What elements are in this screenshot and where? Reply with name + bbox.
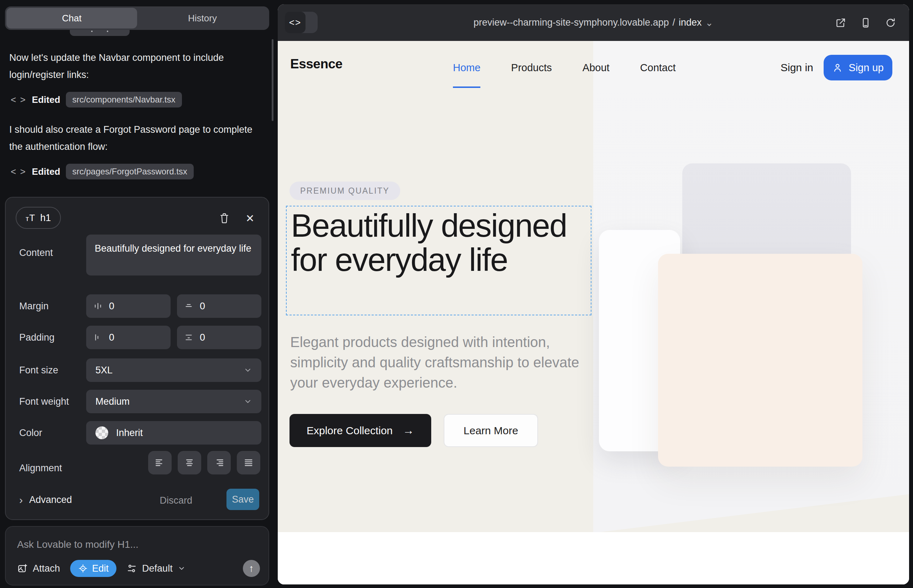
composer-input[interactable]: Ask Lovable to modify H1... [17,539,139,550]
arrow-up-icon: ↑ [249,563,254,574]
align-justify-button[interactable] [237,451,260,475]
align-justify-icon [243,457,254,468]
color-label: Color [19,428,42,438]
color-swatch [96,426,108,439]
tab-history[interactable]: History [137,8,268,29]
crosshair-icon [78,564,88,573]
decor-card-cream [658,254,863,467]
element-tag-label: h1 [40,213,51,223]
text-type-icon: ᴛT [26,213,35,223]
align-center-icon [184,457,195,468]
font-weight-label: Font weight [19,396,69,407]
font-weight-select[interactable]: Medium [86,390,261,413]
align-left-button[interactable] [148,451,172,475]
chat-history-tabbar: Chat History [5,6,269,30]
color-select[interactable]: Inherit [86,421,261,444]
chat-composer: Ask Lovable to modify H1... Attach [5,526,269,585]
padding-label: Padding [19,332,55,343]
url-bar[interactable]: preview--charming-site-symphony.lovable.… [278,4,909,41]
open-external-button[interactable] [834,16,847,29]
font-size-label: Font size [19,365,58,376]
close-editor-button[interactable]: ✕ [242,210,258,226]
editor-footer: › Advanced Discard Save [6,484,269,519]
margin-y-input[interactable]: 0 [177,294,261,318]
padding-y-input[interactable]: 0 [177,326,261,349]
margin-label: Margin [19,301,49,312]
chevron-down-icon: ⌄ [706,17,714,29]
edited-label: Edited [32,94,60,105]
arrow-right-icon: → [403,424,414,437]
assistant-message: Now let's update the Navbar component to… [9,49,262,83]
scrolled-badge-clipped [70,30,130,36]
align-center-button[interactable] [178,451,201,475]
content-label: Content [19,247,53,258]
nav-link-home[interactable]: Home [453,62,480,74]
chevron-down-icon [178,564,186,572]
align-right-icon [213,457,225,468]
url-host: preview--charming-site-symphony.lovable.… [474,17,669,28]
padding-vertical-icon [184,333,193,342]
browser-chrome: <> preview--charming-site-symphony.lovab… [278,4,909,41]
margin-x-input[interactable]: 0 [86,294,170,318]
file-pill[interactable]: src/components/Navbar.tsx [66,92,181,108]
h1-selection-outline[interactable]: Beautifully designed for everyday life [286,206,591,315]
user-icon [832,62,843,73]
chevron-down-icon [244,397,252,406]
code-icon: < > [11,94,26,105]
next-section-background [278,532,909,585]
element-editor-panel: ᴛT h1 ✕ Content Beautifully designed for… [5,197,269,520]
nav-link-products[interactable]: Products [511,62,552,74]
sign-in-link[interactable]: Sign in [780,41,813,94]
send-button[interactable]: ↑ [243,560,260,577]
assistant-message: I should also create a Forgot Password p… [9,121,262,155]
hero-paragraph: Elegant products designed with intention… [290,332,582,393]
sliders-icon [126,563,137,574]
mobile-view-button[interactable] [859,16,872,29]
sign-up-button[interactable]: Sign up [824,55,892,81]
external-link-icon [835,17,847,29]
explore-collection-button[interactable]: Explore Collection → [290,414,431,447]
edited-label: Edited [32,166,60,177]
site-preview: Essence Home Products About Contact Sign… [278,41,909,585]
chevron-right-icon: › [19,495,23,505]
premium-quality-badge: PREMIUM QUALITY [290,181,400,200]
lovable-sidebar: Chat History Now let's update the Navbar… [0,0,274,588]
margin-horizontal-icon [93,302,102,311]
edit-mode-button[interactable]: Edit [70,560,117,577]
trash-icon [219,213,230,224]
attach-button[interactable]: Attach [17,563,60,574]
advanced-disclosure[interactable]: › Advanced [19,494,72,506]
url-separator: / [673,17,675,28]
code-icon: < > [11,166,26,177]
learn-more-button[interactable]: Learn More [444,414,538,447]
align-right-button[interactable] [207,451,231,475]
refresh-button[interactable] [884,16,897,29]
sidebar-scrollbar[interactable] [272,39,274,121]
hero-heading: Beautifully designed for everyday life [291,208,586,277]
model-default-select[interactable]: Default [126,563,186,574]
padding-horizontal-icon [93,333,102,342]
nav-link-about[interactable]: About [583,62,610,74]
selected-element-badge[interactable]: ᴛT h1 [16,207,61,229]
content-input[interactable]: Beautifully designed for everyday life [86,234,261,276]
alignment-label: Alignment [19,463,62,474]
font-size-select[interactable]: 5XL [86,359,261,382]
delete-element-button[interactable] [217,210,232,226]
site-navbar: Essence Home Products About Contact Sign… [278,41,909,94]
edited-file-row: < > Edited src/pages/ForgotPassword.tsx [11,164,194,179]
tab-chat[interactable]: Chat [6,8,137,29]
file-pill[interactable]: src/pages/ForgotPassword.tsx [66,164,194,179]
padding-x-input[interactable]: 0 [86,326,170,349]
discard-button[interactable]: Discard [160,495,192,506]
nav-link-contact[interactable]: Contact [640,62,676,74]
site-logo[interactable]: Essence [290,57,343,71]
smartphone-icon [860,17,871,29]
preview-window: <> preview--charming-site-symphony.lovab… [278,4,909,585]
edited-file-row: < > Edited src/components/Navbar.tsx [11,92,182,108]
url-page: index [679,17,702,28]
close-icon: ✕ [245,212,254,225]
save-button[interactable]: Save [227,489,259,510]
align-left-icon [154,457,165,468]
refresh-icon [885,17,896,29]
chevron-down-icon [244,366,252,375]
